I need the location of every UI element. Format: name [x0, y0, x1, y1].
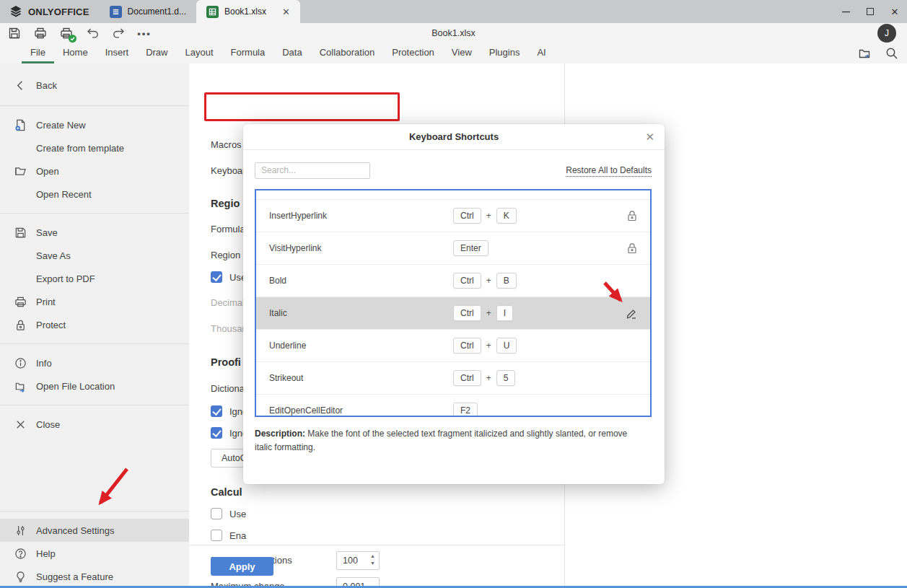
sidebar-item-save-as[interactable]: Save As	[0, 244, 189, 267]
sidebar-item-save[interactable]: Save	[0, 221, 189, 244]
shortcut-name: Bold	[269, 276, 453, 286]
shortcut-description: Description: Make the font of the select…	[255, 427, 630, 454]
print-icon[interactable]	[33, 26, 48, 40]
sidebar-item-protect[interactable]: Protect	[0, 313, 189, 336]
shortcut-name: VisitHyperlink	[269, 243, 453, 253]
sidebar-item-label: Suggest a Feature	[36, 571, 113, 582]
ignore-numbers-checkbox[interactable]	[211, 427, 222, 439]
more-options-icon[interactable]: •••	[137, 26, 152, 40]
title-bar: Book1.xlsx ••• J	[0, 23, 907, 43]
redo-icon[interactable]	[111, 26, 126, 40]
sidebar-item-label: Save As	[36, 250, 71, 261]
menu-tab-draw[interactable]: Draw	[137, 43, 176, 63]
edit-pencil-icon[interactable]	[620, 307, 637, 319]
sidebar-item-help[interactable]: Help	[0, 542, 189, 565]
search-input[interactable]	[255, 162, 370, 179]
sidebar-divider	[0, 343, 189, 344]
sidebar-item-back[interactable]: Back	[0, 72, 189, 98]
shortcut-row-strikeout[interactable]: StrikeoutCtrl+5	[256, 362, 650, 395]
keycap: U	[496, 338, 517, 354]
menu-tab-plugins[interactable]: Plugins	[481, 43, 529, 63]
use-1904-label: Use	[229, 509, 246, 519]
sidebar-item-info[interactable]: Info	[0, 351, 189, 374]
search-icon[interactable]	[885, 47, 898, 60]
shortcut-row-visithyperlink[interactable]: VisitHyperlinkEnter	[256, 232, 650, 265]
spinner-arrows[interactable]: ▲▼	[370, 553, 375, 567]
menu-tab-formula[interactable]: Formula	[222, 43, 274, 63]
tab-book1[interactable]: Book1.xlsx ✕	[196, 0, 300, 23]
apply-button[interactable]: Apply	[211, 557, 273, 576]
key-plus-separator: +	[486, 373, 491, 383]
keycap: B	[496, 273, 517, 289]
maximize-button[interactable]	[858, 0, 882, 23]
sidebar-divider	[0, 405, 189, 405]
key-plus-separator: +	[486, 308, 491, 318]
print-icon	[14, 296, 27, 308]
sidebar-item-label: Close	[36, 419, 60, 430]
menu-tab-file[interactable]: File	[22, 43, 54, 63]
quick-access-toolbar: •••	[7, 23, 152, 43]
sidebar-item-label: Create New	[36, 120, 86, 131]
minimize-button[interactable]	[833, 0, 858, 23]
enable-iterative-checkbox[interactable]	[211, 530, 222, 541]
menu-tab-view[interactable]: View	[443, 43, 481, 63]
thousands-separator-label: Thousar	[211, 323, 245, 334]
shortcut-row-inserthyperlink[interactable]: InsertHyperlinkCtrl+K	[256, 200, 650, 232]
sidebar-item-print[interactable]: Print	[0, 290, 189, 313]
quick-print-icon[interactable]	[59, 26, 74, 40]
sidebar-item-create-from-template[interactable]: Create from template	[0, 136, 189, 159]
file-menu-sidebar: BackCreate NewCreate from templateOpenOp…	[0, 63, 189, 588]
ignore-uppercase-checkbox[interactable]	[211, 405, 222, 417]
undo-icon[interactable]	[85, 26, 100, 40]
tab-close-icon[interactable]: ✕	[282, 6, 290, 17]
save-icon[interactable]	[7, 26, 22, 40]
shortcut-row-underline[interactable]: UnderlineCtrl+U	[256, 330, 650, 362]
sidebar-item-spacer-icon	[14, 142, 27, 154]
sidebar-item-advanced-settings[interactable]: Advanced Settings	[0, 519, 189, 542]
decimal-separator-label: Decimal	[211, 297, 245, 308]
sidebar-spacer	[0, 436, 189, 504]
avatar[interactable]: J	[877, 24, 896, 43]
tab-label: Document1.d...	[128, 6, 186, 17]
menu-tab-home[interactable]: Home	[54, 43, 97, 63]
window-tab-bar: ONLYOFFICE Document1.d... Book1.xlsx ✕ ✕	[0, 0, 907, 23]
dialog-close-icon[interactable]: ✕	[645, 131, 654, 144]
sidebar-item-open-file-location[interactable]: Open File Location	[0, 374, 189, 398]
restore-defaults-link[interactable]: Restore All to Defaults	[566, 165, 652, 175]
calculating-heading: Calcul	[211, 486, 242, 498]
sidebar-item-open[interactable]: Open	[0, 159, 189, 183]
use-1904-checkbox[interactable]	[211, 508, 222, 519]
menu-tab-protection[interactable]: Protection	[383, 43, 443, 63]
menu-tab-ai[interactable]: AI	[528, 43, 554, 63]
menu-tab-data[interactable]: Data	[273, 43, 310, 63]
shortcut-row-italic[interactable]: ItalicCtrl+I	[256, 297, 650, 330]
window-close-button[interactable]: ✕	[882, 0, 907, 23]
tab-document1[interactable]: Document1.d...	[100, 0, 196, 23]
open-file-location-icon[interactable]	[858, 46, 872, 61]
keycap: K	[496, 208, 517, 224]
sidebar-item-label: Advanced Settings	[36, 525, 114, 536]
shortcut-keys: Ctrl+U	[453, 338, 620, 354]
use-separators-checkbox[interactable]	[211, 271, 222, 283]
sidebar-item-close[interactable]: Close	[0, 413, 189, 436]
menu-tab-collaboration[interactable]: Collaboration	[311, 43, 384, 63]
shortcut-row-editopencelleditor[interactable]: EditOpenCellEditorF2	[256, 395, 650, 417]
sidebar-item-export-to-pdf[interactable]: Export to PDF	[0, 267, 189, 290]
save-icon	[14, 227, 27, 239]
tab-label: Book1.xlsx	[224, 6, 266, 17]
sidebar-item-label: Help	[36, 548, 56, 559]
menu-tab-layout[interactable]: Layout	[177, 43, 222, 63]
menu-tab-insert[interactable]: Insert	[97, 43, 138, 63]
keycap: Ctrl	[453, 208, 481, 224]
menu-bar: FileHomeInsertDrawLayoutFormulaDataColla…	[0, 43, 907, 63]
sidebar-item-create-new[interactable]: Create New	[0, 113, 189, 136]
file-location-icon	[14, 380, 27, 392]
sidebar-item-suggest-a-feature[interactable]: Suggest a Feature	[0, 565, 189, 588]
keycap: 5	[496, 370, 516, 386]
window-controls: ✕	[833, 0, 907, 23]
shortcut-row-bold[interactable]: BoldCtrl+B	[256, 265, 650, 297]
description-text: Make the font of the selected text fragm…	[255, 429, 627, 452]
dictionary-language-label: Dictiona	[211, 383, 245, 394]
sidebar-divider	[0, 105, 189, 106]
sidebar-item-open-recent[interactable]: Open Recent	[0, 183, 189, 206]
